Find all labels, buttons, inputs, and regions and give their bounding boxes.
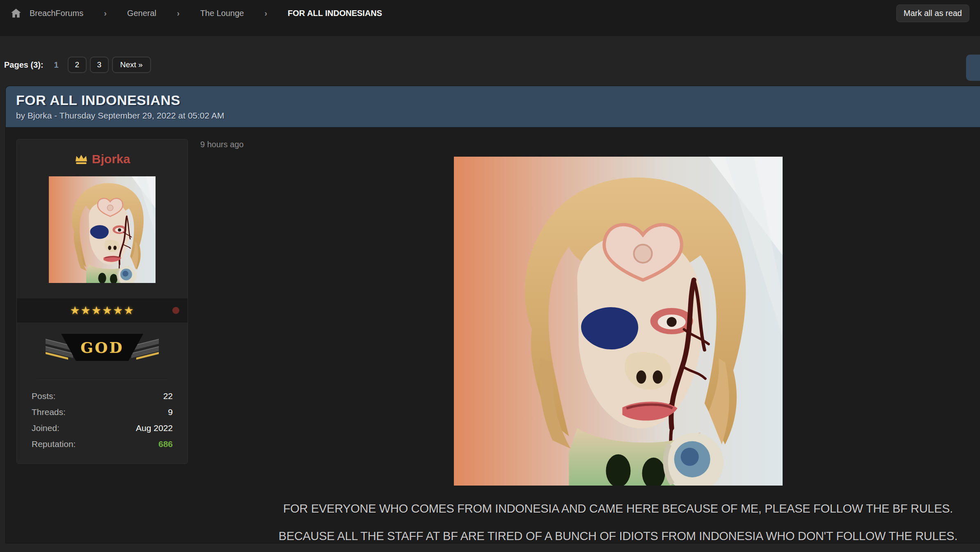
chevron-right-icon: ›	[177, 9, 180, 18]
stat-value: 9	[168, 404, 173, 420]
stat-reputation: Reputation: 686	[32, 436, 173, 452]
breadcrumb-item-general[interactable]: General	[127, 9, 156, 18]
home-icon[interactable]	[11, 8, 21, 18]
stat-posts: Posts: 22	[32, 388, 173, 404]
thread-container: FOR ALL INDONESIANS by Bjorka - Thursday…	[5, 86, 980, 543]
chevron-right-icon: ›	[104, 9, 107, 18]
mark-all-as-read-button[interactable]: Mark all as read	[896, 5, 969, 22]
reputation-stars-band: ★★★★★★	[17, 299, 188, 322]
stat-label: Posts:	[32, 388, 55, 404]
stat-label: Joined:	[32, 420, 60, 436]
chevron-right-icon: ›	[264, 9, 267, 18]
breadcrumb: BreachForums › General › The Lounge › FO…	[11, 8, 382, 18]
post-body: 9 hours ago FOR EVERYONE WHO COMES FROM …	[188, 139, 970, 543]
pagination: Pages (3): 1 2 3 Next »	[4, 57, 980, 73]
stat-value: 22	[163, 388, 173, 404]
thread-byline: by Bjorka - Thursday September 29, 2022 …	[16, 111, 980, 121]
stat-threads: Threads: 9	[32, 404, 173, 420]
crown-icon	[74, 153, 88, 165]
thread-header: FOR ALL INDONESIANS by Bjorka - Thursday…	[6, 86, 980, 128]
star-rating-icons: ★★★★★★	[70, 304, 134, 317]
badge-label: GOD	[80, 339, 124, 356]
breadcrumb-item-forum-home[interactable]: BreachForums	[30, 9, 83, 18]
page-3-button[interactable]: 3	[90, 57, 109, 73]
stat-label: Reputation:	[32, 436, 76, 452]
top-navigation-bar: BreachForums › General › The Lounge › FO…	[0, 0, 980, 36]
stat-value-reputation[interactable]: 686	[158, 436, 173, 452]
avatar-image	[49, 176, 156, 283]
author-panel: Bjorka ★★★★★★ GOD	[16, 139, 188, 464]
breadcrumb-item-the-lounge[interactable]: The Lounge	[200, 9, 244, 18]
stat-value: Aug 2022	[136, 420, 173, 436]
page-current: 1	[54, 60, 59, 70]
page-2-button[interactable]: 2	[68, 57, 87, 73]
user-group-badge-area: GOD	[17, 322, 188, 372]
stat-joined: Joined: Aug 2022	[32, 420, 173, 436]
pages-count-label: Pages (3):	[4, 60, 44, 70]
author-stats: Posts: 22 Threads: 9 Joined: Aug 2022 Re…	[17, 385, 188, 463]
stat-label: Threads:	[32, 404, 66, 420]
thread-title: FOR ALL INDONESIANS	[16, 92, 980, 108]
god-badge: GOD	[45, 331, 160, 370]
next-page-button[interactable]: Next »	[112, 57, 151, 73]
author-name-row: Bjorka	[17, 139, 188, 168]
author-username[interactable]: Bjorka	[92, 152, 130, 166]
post-text-line: BECAUSE ALL THE STAFF AT BF ARE TIRED OF…	[266, 529, 970, 543]
breadcrumb-item-current-thread: FOR ALL INDONESIANS	[288, 9, 382, 18]
card-divider	[37, 379, 168, 380]
author-avatar[interactable]	[49, 176, 156, 283]
edge-action-button[interactable]	[966, 55, 980, 81]
status-dot	[172, 307, 179, 314]
post-image[interactable]	[454, 157, 783, 486]
post: Bjorka ★★★★★★ GOD	[6, 128, 980, 543]
post-text-line: FOR EVERYONE WHO COMES FROM INDONESIA AN…	[266, 502, 970, 516]
post-image-artwork	[454, 157, 783, 486]
post-timestamp: 9 hours ago	[200, 140, 970, 149]
